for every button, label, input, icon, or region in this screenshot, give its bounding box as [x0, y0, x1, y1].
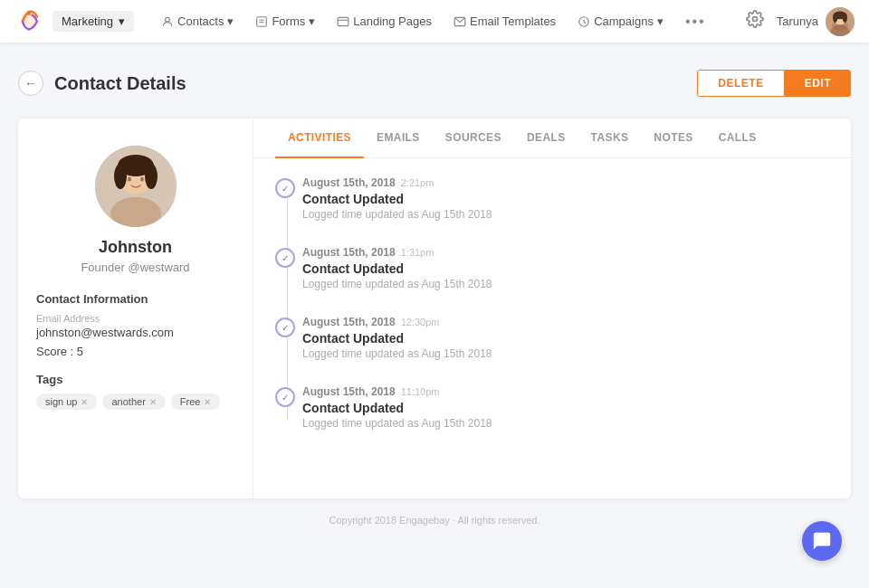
timeline-date-line: August 15th, 2018 12:30pm — [302, 316, 829, 328]
footer-text: Copyright 2018 Engagebay · All rights re… — [329, 515, 540, 526]
check-icon: ✓ — [282, 323, 289, 333]
user-menu[interactable]: Tarunya — [777, 7, 855, 36]
contact-info-section: Contact Information Email Address johnst… — [36, 292, 234, 358]
timeline: ✓ August 15th, 2018 2:21pm Contact Updat… — [275, 176, 829, 430]
more-dots-label: ••• — [685, 14, 706, 30]
back-arrow-icon: ← — [24, 76, 37, 90]
timeline-date: August 15th, 2018 — [302, 246, 396, 259]
svg-point-22 — [114, 164, 127, 189]
page-footer: Copyright 2018 Engagebay · All rights re… — [18, 498, 851, 535]
timeline-desc: Logged time updated as Aug 15th 2018 — [302, 417, 829, 430]
tag-label: Free — [180, 396, 201, 407]
edit-button[interactable]: EDIT — [785, 70, 851, 97]
timeline-item: ✓ August 15th, 2018 11:10pm Contact Upda… — [302, 385, 829, 430]
timeline-dot-0: ✓ — [275, 178, 295, 198]
tag-label: another — [111, 396, 145, 407]
timeline-time: 11:10pm — [401, 386, 440, 397]
tabs-bar: ACTIVITIESEMAILSSOURCESDEALSTASKSNOTESCA… — [253, 119, 851, 158]
logo — [14, 5, 43, 37]
nav-campaigns-label: Campaigns — [594, 14, 654, 28]
contact-role: Founder @westward — [81, 261, 189, 274]
timeline-title: Contact Updated — [302, 331, 829, 346]
tag-item: sign up✕ — [36, 394, 97, 410]
check-icon: ✓ — [282, 184, 289, 194]
timeline-dot-3: ✓ — [275, 387, 295, 407]
check-icon: ✓ — [282, 393, 289, 403]
tag-remove-icon[interactable]: ✕ — [149, 397, 157, 407]
settings-icon[interactable] — [746, 10, 764, 33]
workspace-selector[interactable]: Marketing ▾ — [53, 11, 134, 32]
contact-avatar — [95, 146, 177, 227]
contact-left-panel: Johnston Founder @westward Contact Infor… — [18, 119, 253, 498]
timeline-item: ✓ August 15th, 2018 1:31pm Contact Updat… — [302, 246, 829, 290]
svg-point-17 — [843, 13, 847, 23]
nav-contacts-arrow: ▾ — [227, 14, 234, 28]
timeline-date-line: August 15th, 2018 11:10pm — [302, 385, 829, 398]
delete-button[interactable]: DELETE — [697, 70, 784, 97]
tab-sources[interactable]: SOURCES — [433, 119, 514, 158]
timeline-date-line: August 15th, 2018 1:31pm — [302, 246, 829, 259]
tab-emails[interactable]: EMAILS — [364, 119, 433, 158]
nav-item-contacts[interactable]: Contacts ▾ — [150, 0, 244, 43]
timeline-title: Contact Updated — [302, 261, 829, 276]
timeline-date: August 15th, 2018 — [302, 385, 396, 398]
main-card: Johnston Founder @westward Contact Infor… — [18, 119, 851, 498]
contact-name: Johnston — [99, 238, 172, 257]
tab-notes[interactable]: NOTES — [641, 119, 705, 158]
timeline-dot-2: ✓ — [275, 318, 295, 337]
tag-item: another✕ — [102, 394, 165, 410]
svg-point-16 — [833, 13, 837, 23]
timeline-time: 12:30pm — [401, 317, 440, 327]
back-button[interactable]: ← — [18, 71, 43, 96]
nav-item-more[interactable]: ••• — [674, 0, 717, 43]
timeline-title: Contact Updated — [302, 192, 829, 206]
page-title: Contact Details — [54, 73, 186, 94]
page-container: ← Contact Details DELETE EDIT — [0, 43, 869, 535]
svg-point-2 — [166, 17, 170, 22]
score-value: Score : 5 — [36, 345, 234, 358]
avatar — [826, 7, 855, 36]
workspace-label: Marketing — [62, 14, 113, 28]
nav-forms-label: Forms — [272, 14, 305, 28]
timeline-date: August 15th, 2018 — [302, 176, 396, 189]
tag-label: sign up — [45, 396, 77, 407]
contact-info-heading: Contact Information — [36, 292, 234, 306]
svg-rect-6 — [338, 17, 349, 25]
nav-contacts-label: Contacts — [177, 14, 224, 28]
main-nav: Contacts ▾ Forms ▾ Landing Pages Email T… — [150, 0, 746, 43]
email-value: johnston@westwards.com — [36, 326, 234, 339]
header-left: ← Contact Details — [18, 71, 186, 96]
nav-forms-arrow: ▾ — [309, 14, 315, 28]
tab-calls[interactable]: CALLS — [706, 119, 769, 158]
nav-item-landing-pages[interactable]: Landing Pages — [326, 0, 443, 43]
timeline-desc: Logged time updated as Aug 15th 2018 — [302, 278, 829, 290]
tags-label: Tags — [36, 373, 234, 386]
nav-email-label: Email Templates — [470, 14, 556, 28]
timeline-dot-1: ✓ — [275, 248, 295, 268]
nav-landing-label: Landing Pages — [353, 14, 432, 28]
svg-point-24 — [128, 177, 131, 182]
timeline-date: August 15th, 2018 — [302, 316, 396, 328]
tab-tasks[interactable]: TASKS — [578, 119, 642, 158]
tags-section: Tags sign up✕another✕Free✕ — [36, 373, 234, 410]
navbar-right: Tarunya — [746, 7, 855, 36]
nav-campaigns-arrow: ▾ — [657, 14, 664, 28]
chevron-down-icon: ▾ — [119, 14, 125, 28]
tab-activities[interactable]: ACTIVITIES — [275, 119, 364, 158]
timeline-date-line: August 15th, 2018 2:21pm — [302, 176, 829, 189]
email-label: Email Address — [36, 313, 234, 324]
nav-item-email-templates[interactable]: Email Templates — [443, 0, 567, 43]
tag-remove-icon[interactable]: ✕ — [81, 397, 88, 407]
activity-feed: ✓ August 15th, 2018 2:21pm Contact Updat… — [253, 158, 851, 498]
header-buttons: DELETE EDIT — [697, 70, 851, 97]
timeline-item: ✓ August 15th, 2018 12:30pm Contact Upda… — [302, 316, 829, 360]
tab-deals[interactable]: DEALS — [514, 119, 578, 158]
svg-point-1 — [27, 12, 31, 15]
nav-item-forms[interactable]: Forms ▾ — [244, 0, 326, 43]
tag-item: Free✕ — [171, 394, 221, 410]
timeline-title: Contact Updated — [302, 401, 829, 415]
nav-item-campaigns[interactable]: Campaigns ▾ — [567, 0, 674, 43]
timeline-desc: Logged time updated as Aug 15th 2018 — [302, 347, 829, 360]
svg-point-25 — [140, 177, 144, 182]
tag-remove-icon[interactable]: ✕ — [204, 397, 211, 407]
